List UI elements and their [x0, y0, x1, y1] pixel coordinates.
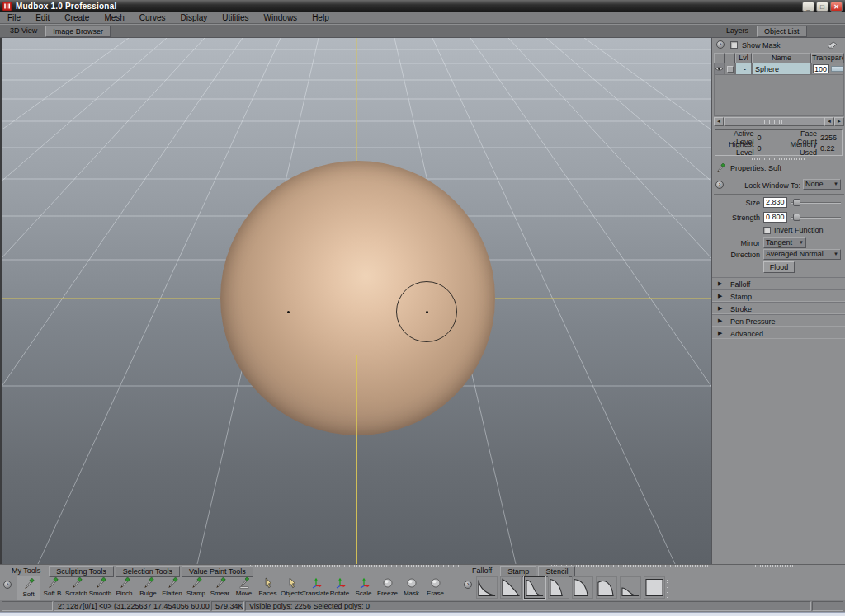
menu-file[interactable]: File [0, 13, 28, 22]
scrollbar-thumb[interactable] [724, 117, 824, 126]
falloff-tab-stamp[interactable]: Stamp [500, 566, 536, 577]
shelf-grip[interactable] [753, 565, 797, 567]
size-field[interactable]: 2.830 [763, 197, 787, 208]
size-label: Size [745, 199, 760, 207]
falloff-preset-dome[interactable] [596, 576, 617, 599]
falloff-preset-steep-concave[interactable] [476, 576, 498, 599]
scroll-right-icon[interactable]: ► [834, 117, 844, 126]
direction-select[interactable]: ▼Averaged Normal [763, 249, 841, 260]
menu-curves[interactable]: Curves [132, 13, 173, 22]
layer-lock-button[interactable] [725, 63, 735, 75]
falloff-preset-concave[interactable] [500, 576, 522, 599]
tool-soft-b[interactable]: Soft B [40, 576, 64, 600]
col-header-blank1 [725, 53, 735, 63]
panel-tab-object-list[interactable]: Object List [757, 26, 807, 37]
transparency-slider[interactable] [831, 66, 843, 72]
flyout-arrow-icon[interactable]: › [715, 181, 724, 189]
visibility-eye-icon[interactable] [714, 63, 725, 75]
tool-flatten[interactable]: Flatten [160, 576, 184, 600]
layer-row-sphere[interactable]: - Sphere 100 [714, 63, 844, 75]
tool-smear[interactable]: Smear [208, 576, 232, 600]
size-slider[interactable] [791, 202, 841, 204]
strength-slider-thumb[interactable] [793, 214, 800, 221]
memory-used-label: Memory Used [779, 140, 821, 157]
tab-image-browser[interactable]: Image Browser [45, 26, 111, 37]
menu-mesh[interactable]: Mesh [97, 13, 131, 22]
layer-name[interactable]: Sphere [752, 63, 811, 75]
mask-row: › Show Mask [712, 40, 845, 51]
flyout-arrow-icon[interactable]: › [3, 581, 12, 589]
section-advanced[interactable]: ▶Advanced [712, 327, 845, 339]
tool-smooth[interactable]: Smooth [88, 576, 112, 600]
section-stroke[interactable]: ▶Stroke [712, 302, 845, 314]
status-poly-counts: Visible polys: 2256 Selected polys: 0 [245, 601, 811, 611]
section-stamp[interactable]: ▶Stamp [712, 289, 845, 302]
close-button[interactable]: ✕ [830, 2, 843, 12]
tool-freeze[interactable]: Freeze [375, 576, 399, 600]
falloff-preset-s-curve[interactable] [524, 576, 545, 599]
mirror-row: Mirror ▼Tangent [712, 237, 845, 249]
tool-move[interactable]: Move [232, 576, 256, 600]
tool-rotate[interactable]: Rotate [328, 576, 352, 600]
menu-help[interactable]: Help [304, 13, 337, 22]
tool-erase[interactable]: Erase [423, 576, 447, 600]
eraser-icon[interactable] [827, 40, 838, 49]
strength-field[interactable]: 0.800 [763, 212, 787, 223]
size-slider-thumb[interactable] [793, 199, 800, 206]
falloff-preset-square[interactable] [644, 576, 665, 599]
sphere-icon [382, 577, 394, 589]
layer-transparency[interactable]: 100 [811, 63, 844, 75]
tool-soft[interactable]: Soft [17, 576, 40, 600]
tool-faces[interactable]: Faces [256, 576, 280, 600]
falloff-tab-falloff[interactable]: Falloff [465, 566, 498, 577]
layers-scrollbar[interactable]: ◄ ◄ ► [714, 117, 844, 126]
transparency-value[interactable]: 100 [813, 64, 829, 73]
brush-icon [215, 577, 226, 589]
tool-shelf: My ToolsSculpting ToolsSelection ToolsVa… [0, 564, 845, 600]
flood-button[interactable]: Flood [763, 261, 795, 273]
menu-create[interactable]: Create [57, 13, 97, 22]
tool-scratch[interactable]: Scratch [64, 576, 88, 600]
falloff-tab-stencil[interactable]: Stencil [538, 566, 575, 577]
scroll-left2-icon[interactable]: ◄ [824, 117, 834, 126]
tool-objects[interactable]: Objects [280, 576, 304, 600]
shelf-grip[interactable] [248, 565, 460, 567]
falloff-preset-convex[interactable] [572, 576, 593, 599]
falloff-preset-convex-drop[interactable] [548, 576, 569, 599]
falloff-preset-small-s[interactable] [620, 576, 641, 599]
brush-icon [191, 577, 202, 589]
tool-pinch[interactable]: Pinch [112, 576, 136, 600]
tool-mask[interactable]: Mask [399, 576, 423, 600]
tool-stamp[interactable]: Stamp [184, 576, 208, 600]
flyout-arrow-icon[interactable]: › [464, 581, 472, 589]
menu-edit[interactable]: Edit [28, 13, 57, 22]
tool-scale[interactable]: Scale [352, 576, 375, 600]
lock-window-select[interactable]: ▼None [803, 179, 841, 190]
expand-arrow-icon: ▶ [718, 305, 722, 312]
panel-tab-layers[interactable]: Layers [720, 26, 755, 37]
menu-bar: FileEditCreateMeshCurvesDisplayUtilities… [0, 12, 845, 24]
mirror-select[interactable]: ▼Tangent [763, 237, 806, 248]
menu-windows[interactable]: Windows [257, 13, 305, 22]
tab-3d-view[interactable]: 3D View [3, 26, 44, 37]
menu-display[interactable]: Display [173, 13, 215, 22]
panel-grip[interactable] [752, 158, 806, 160]
show-mask-checkbox[interactable] [730, 41, 738, 49]
flyout-arrow-icon[interactable]: › [716, 40, 725, 49]
section-falloff[interactable]: ▶Falloff [712, 277, 845, 289]
lock-window-label: Lock Window To: [744, 181, 800, 190]
minimize-button[interactable]: _ [802, 2, 814, 12]
menu-utilities[interactable]: Utilities [215, 13, 256, 22]
properties-header: Properties: Soft [715, 163, 781, 173]
presets-grip[interactable] [667, 578, 668, 598]
tool-translate[interactable]: Translate [304, 576, 328, 600]
scroll-left-icon[interactable]: ◄ [714, 117, 724, 126]
section-pen-pressure[interactable]: ▶Pen Pressure [712, 314, 845, 327]
restore-button[interactable]: □ [816, 2, 828, 12]
viewport-3d[interactable] [0, 38, 711, 564]
strength-slider[interactable] [791, 217, 841, 219]
memory-used-value: 0.22 [820, 144, 842, 153]
invert-function-checkbox[interactable] [763, 227, 771, 234]
falloff-tabs: FalloffStampStencil [465, 566, 577, 577]
tool-bulge[interactable]: Bulge [136, 576, 160, 600]
